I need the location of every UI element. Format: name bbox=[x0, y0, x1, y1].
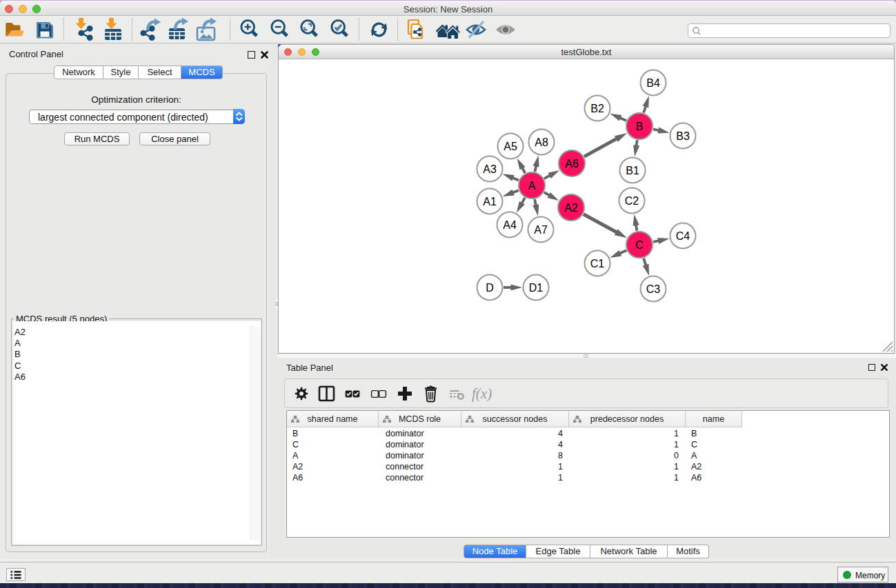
svg-text:B1: B1 bbox=[626, 165, 639, 176]
svg-text:C3: C3 bbox=[646, 283, 661, 295]
svg-text:A3: A3 bbox=[483, 163, 497, 175]
svg-text:D: D bbox=[486, 282, 494, 294]
svg-text:A4: A4 bbox=[503, 219, 517, 231]
svg-text:B4: B4 bbox=[646, 77, 660, 89]
svg-text:D1: D1 bbox=[529, 282, 544, 294]
svg-text:A5: A5 bbox=[504, 141, 517, 152]
svg-text:B3: B3 bbox=[676, 130, 690, 142]
svg-text:A2: A2 bbox=[564, 202, 578, 214]
svg-text:A7: A7 bbox=[534, 224, 548, 236]
svg-text:A8: A8 bbox=[535, 136, 548, 148]
svg-text:C4: C4 bbox=[676, 230, 690, 242]
svg-text:C1: C1 bbox=[590, 258, 605, 270]
svg-text:C: C bbox=[635, 239, 644, 251]
svg-text:A1: A1 bbox=[483, 196, 497, 207]
svg-text:C2: C2 bbox=[625, 195, 639, 207]
svg-text:B2: B2 bbox=[590, 103, 604, 114]
svg-text:B: B bbox=[636, 121, 644, 132]
svg-text:A: A bbox=[528, 180, 536, 192]
svg-text:A6: A6 bbox=[565, 158, 579, 170]
